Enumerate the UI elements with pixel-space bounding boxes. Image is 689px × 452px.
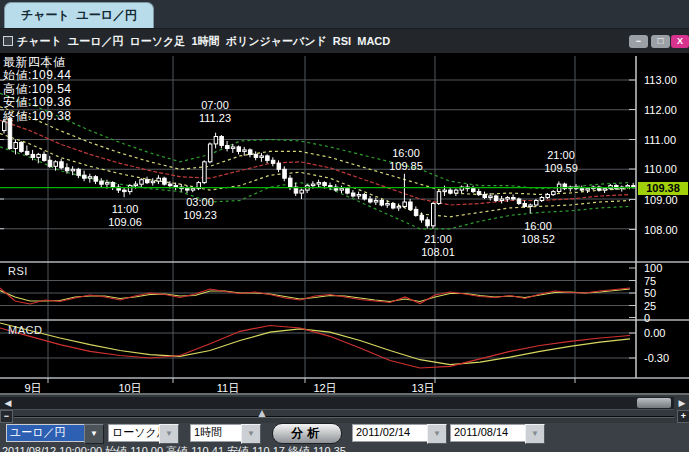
zoom-slider-groove[interactable] (14, 416, 674, 418)
candle-body (426, 220, 430, 226)
candle-body (25, 151, 29, 154)
candle-body (31, 154, 34, 157)
scrollbar-thumb[interactable] (637, 398, 671, 408)
ohlc-legend: 最新四本値 始値:109.44 高値:109.54 安値:109.36 終値:1… (3, 56, 72, 123)
close-button[interactable]: X (671, 35, 689, 48)
candle-body (71, 169, 75, 171)
candle-body (20, 143, 24, 152)
candle-body (128, 186, 132, 192)
candle-body (37, 154, 41, 157)
candle-body (111, 183, 115, 188)
candle-body (363, 195, 367, 200)
candle-body (254, 154, 258, 157)
candle-body (60, 162, 64, 168)
candle-body (506, 198, 510, 200)
date-label: 10日 (118, 381, 141, 396)
time-price-annotation: 21:00109.59 (544, 149, 578, 174)
time-price-annotation: 03:00109.23 (183, 196, 217, 221)
annotation-price: 109.59 (544, 162, 578, 175)
window-title: チャート ユーロ／円 ローソク足 1時間 ボリンジャーバンド RSI MACD (17, 34, 390, 49)
candle-body (380, 201, 384, 206)
date-label: 9日 (24, 381, 41, 396)
candle-body (266, 156, 270, 161)
annotation-time: 03:00 (183, 196, 217, 209)
pair-select[interactable]: ユーロ／円 (6, 424, 90, 442)
candle-body (8, 119, 12, 149)
y-axis-label: -0.30 (644, 352, 688, 364)
time-price-annotation: 21:00108.01 (421, 233, 455, 258)
annotation-price: 109.06 (108, 216, 142, 229)
candle-body (168, 184, 172, 186)
candle-body (48, 160, 52, 166)
date-from-arrow-icon[interactable]: ▼ (427, 424, 447, 444)
candle-body (88, 177, 92, 179)
candle-body (500, 199, 504, 201)
time-price-annotation: 16:00108.52 (521, 220, 555, 245)
candle-body (146, 180, 150, 183)
scrollbar-zone: ◀ ▶ − ▲ + (0, 395, 689, 423)
annotation-time: 16:00 (521, 220, 555, 233)
date-label: 11日 (217, 381, 239, 396)
legend-close: 終値:109.38 (3, 110, 72, 123)
chart-area: 最新四本値 始値:109.44 高値:109.54 安値:109.36 終値:1… (0, 53, 689, 395)
candle-body (220, 137, 224, 146)
analyze-button[interactable]: 分析 (272, 423, 342, 444)
y-axis-label: 112.00 (644, 104, 688, 116)
zoom-out-button[interactable]: − (0, 410, 13, 423)
maximize-button[interactable]: □ (651, 35, 670, 48)
date-to-arrow-icon[interactable]: ▼ (525, 424, 545, 444)
candle-body (134, 184, 138, 186)
annotation-price: 111.23 (199, 112, 231, 125)
scroll-right-icon[interactable]: ▶ (676, 397, 688, 409)
candle-body (329, 186, 333, 188)
pair-select-arrow-icon[interactable]: ▼ (84, 424, 104, 444)
annotation-price: 109.85 (389, 160, 423, 173)
chart-type-arrow-icon[interactable]: ▼ (159, 424, 179, 444)
app-window: チャート ユーロ／円 チャート ユーロ／円 ローソク足 1時間 ボリンジャーバン… (0, 0, 689, 452)
y-axis-label: 25 (644, 300, 688, 312)
candle-body (494, 196, 498, 201)
candle-body (409, 202, 413, 209)
candle-body (397, 206, 401, 208)
interval-select[interactable]: 1時間 (190, 424, 247, 442)
zoom-slider-thumb-icon[interactable]: ▲ (256, 407, 268, 419)
candle-body (14, 143, 17, 149)
candle-body (603, 189, 607, 191)
candle-body (546, 195, 550, 198)
zoom-in-button[interactable]: + (677, 410, 689, 423)
candle-body (477, 192, 481, 195)
date-from-select[interactable]: 2011/02/14 (352, 424, 432, 442)
candle-body (231, 147, 235, 149)
annotation-price: 108.52 (521, 233, 555, 246)
rsi-panel-label: RSI (8, 265, 28, 277)
scroll-left-icon[interactable]: ◀ (2, 397, 14, 409)
candle-body (403, 202, 407, 207)
chart-type-select[interactable]: ローソク足 (108, 424, 165, 442)
candle-body (534, 201, 538, 206)
tab-bar: チャート ユーロ／円 (0, 0, 689, 29)
annotation-price: 109.23 (183, 209, 217, 222)
minimize-button[interactable]: − (629, 35, 648, 48)
y-axis-label: 0 (644, 312, 688, 324)
candle-body (317, 183, 321, 185)
candle-body (277, 163, 281, 169)
annotation-price: 108.01 (421, 246, 455, 259)
annotation-time: 07:00 (199, 99, 231, 112)
legend-low: 安値:109.36 (3, 96, 72, 109)
y-axis-label: 100 (644, 262, 688, 274)
tab-chart-eurjpy[interactable]: チャート ユーロ／円 (4, 2, 154, 28)
candle-body (289, 178, 293, 187)
candle-body (300, 190, 304, 193)
candle-body (483, 195, 487, 198)
annotation-time: 11:00 (108, 203, 142, 216)
horizontal-scrollbar-track[interactable] (0, 397, 674, 410)
candle-body (529, 205, 533, 207)
date-to-select[interactable]: 2011/08/14 (450, 424, 530, 442)
candle-body (186, 189, 190, 191)
annotation-time: 21:00 (421, 233, 455, 246)
candle-body (243, 150, 247, 152)
candle-body (3, 122, 7, 131)
interval-arrow-icon[interactable]: ▼ (241, 424, 261, 444)
candle-body (586, 189, 590, 191)
bollinger-upper2-line (0, 93, 630, 188)
